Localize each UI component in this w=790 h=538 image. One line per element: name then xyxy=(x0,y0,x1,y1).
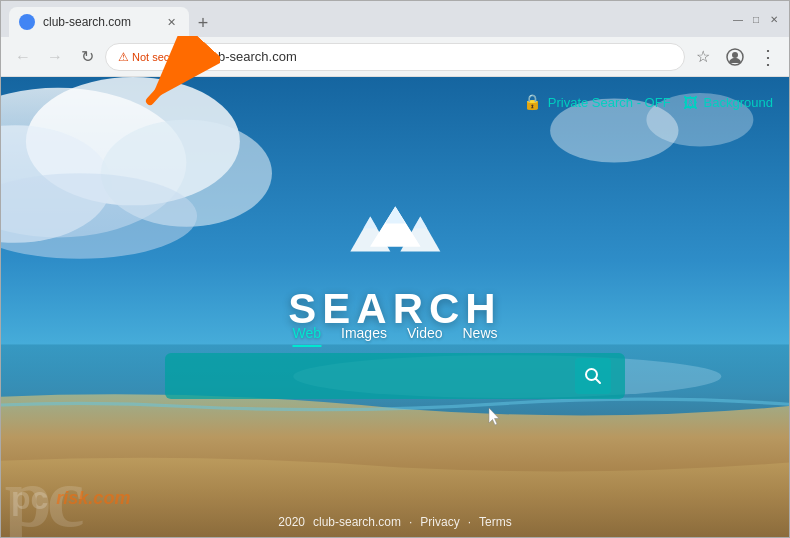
close-button[interactable]: ✕ xyxy=(767,12,781,26)
pc-logo: pc xyxy=(11,480,48,517)
url-text: club-search.com xyxy=(201,49,672,64)
svg-marker-19 xyxy=(363,216,377,228)
tab-title: club-search.com xyxy=(43,15,155,29)
security-warning: ⚠ Not secure xyxy=(118,50,185,64)
private-search-label: Private Search - OFF xyxy=(548,95,671,110)
search-input[interactable] xyxy=(179,368,575,385)
address-input-wrapper[interactable]: ⚠ Not secure | club-search.com xyxy=(105,43,685,71)
search-box-wrapper xyxy=(165,353,625,399)
background-label: Background xyxy=(704,95,773,110)
title-bar: club-search.com ✕ + — □ ✕ xyxy=(1,1,789,37)
tab-close-button[interactable]: ✕ xyxy=(163,14,179,30)
mountain-logo-icon xyxy=(335,201,455,281)
svg-marker-18 xyxy=(385,206,405,223)
tab-web[interactable]: Web xyxy=(292,321,321,347)
search-submit-button[interactable] xyxy=(575,358,611,394)
svg-line-22 xyxy=(596,379,601,384)
tab-images[interactable]: Images xyxy=(341,321,387,347)
footer-year: 2020 xyxy=(278,515,305,529)
window-controls: — □ ✕ xyxy=(731,12,781,26)
footer-separator2: · xyxy=(468,515,471,529)
warning-icon: ⚠ xyxy=(118,50,129,64)
tab-video[interactable]: Video xyxy=(407,321,443,347)
browser-window: club-search.com ✕ + — □ ✕ ← → ↻ ⚠ Not se… xyxy=(0,0,790,538)
bookmark-button[interactable]: ☆ xyxy=(689,43,717,71)
background-button[interactable]: 🖼 Background xyxy=(683,94,773,111)
tab-images-label: Images xyxy=(341,325,387,341)
tab-web-label: Web xyxy=(292,325,321,341)
profile-button[interactable] xyxy=(721,43,749,71)
footer-site-link[interactable]: club-search.com xyxy=(313,515,401,529)
footer-privacy-link[interactable]: Privacy xyxy=(420,515,459,529)
maximize-button[interactable]: □ xyxy=(749,12,763,26)
lock-icon: 🔒 xyxy=(523,93,542,111)
page-content: pc 🔒 Private Search - OFF 🖼 Background xyxy=(1,77,789,537)
address-bar: ← → ↻ ⚠ Not secure | club-search.com ☆ ⋮ xyxy=(1,37,789,77)
new-tab-button[interactable]: + xyxy=(189,9,217,37)
top-right-buttons: 🔒 Private Search - OFF 🖼 Background xyxy=(523,93,773,111)
url-separator: | xyxy=(191,48,195,66)
search-tabs: Web Images Video News xyxy=(292,321,497,347)
tab-favicon xyxy=(19,14,35,30)
tab-news-label: News xyxy=(463,325,498,341)
tab-area: club-search.com ✕ + xyxy=(9,1,731,37)
tab-news[interactable]: News xyxy=(463,321,498,347)
svg-point-1 xyxy=(732,52,738,58)
minimize-button[interactable]: — xyxy=(731,12,745,26)
image-icon: 🖼 xyxy=(683,94,698,111)
private-search-button[interactable]: 🔒 Private Search - OFF xyxy=(523,93,671,111)
back-button[interactable]: ← xyxy=(9,43,37,71)
footer-terms-link[interactable]: Terms xyxy=(479,515,512,529)
security-label: Not secure xyxy=(132,51,185,63)
search-box xyxy=(165,353,625,399)
svg-marker-20 xyxy=(413,216,427,228)
footer-separator: · xyxy=(409,515,412,529)
menu-button[interactable]: ⋮ xyxy=(753,43,781,71)
refresh-button[interactable]: ↻ xyxy=(73,43,101,71)
logo-area: SEARCH xyxy=(288,201,501,333)
forward-button[interactable]: → xyxy=(41,43,69,71)
watermarks: pc risk.com xyxy=(11,480,130,517)
tab-video-label: Video xyxy=(407,325,443,341)
page-footer: 2020 club-search.com · Privacy · Terms xyxy=(278,515,511,529)
address-right-icons: ☆ ⋮ xyxy=(689,43,781,71)
browser-tab[interactable]: club-search.com ✕ xyxy=(9,7,189,37)
risk-logo: risk.com xyxy=(56,488,130,509)
